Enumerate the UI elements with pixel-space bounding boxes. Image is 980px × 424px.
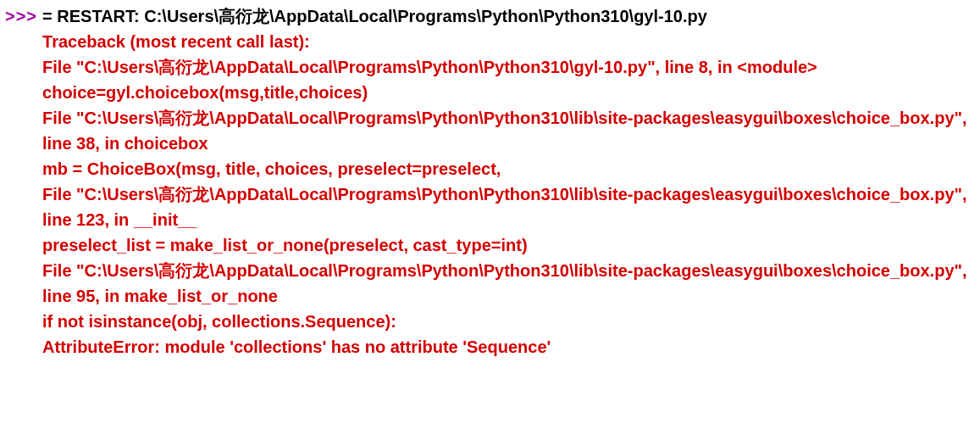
shell-output: >>> = RESTART: C:\Users\高衍龙\AppData\Loca… xyxy=(5,3,975,360)
restart-line: = RESTART: C:\Users\高衍龙\AppData\Local\Pr… xyxy=(42,3,975,29)
traceback-line: File "C:\Users\高衍龙\AppData\Local\Program… xyxy=(42,54,975,80)
traceback-header: Traceback (most recent call last): xyxy=(42,29,975,54)
traceback-error: AttributeError: module 'collections' has… xyxy=(42,334,975,360)
traceback-line: preselect_list = make_list_or_none(prese… xyxy=(42,232,975,258)
traceback-line: mb = ChoiceBox(msg, title, choices, pres… xyxy=(42,156,975,181)
traceback-line: choice=gyl.choicebox(msg,title,choices) xyxy=(42,80,975,105)
traceback-line: File "C:\Users\高衍龙\AppData\Local\Program… xyxy=(42,105,975,156)
traceback-line: if not isinstance(obj, collections.Seque… xyxy=(42,309,975,334)
traceback-line: File "C:\Users\高衍龙\AppData\Local\Program… xyxy=(42,258,975,309)
output-area: = RESTART: C:\Users\高衍龙\AppData\Local\Pr… xyxy=(42,3,975,360)
prompt: >>> xyxy=(5,3,37,29)
traceback-line: File "C:\Users\高衍龙\AppData\Local\Program… xyxy=(42,181,975,232)
